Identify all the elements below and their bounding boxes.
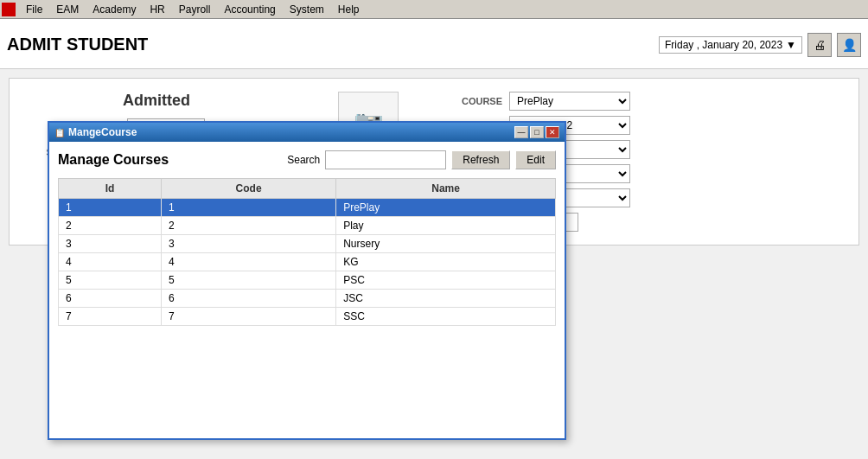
menu-academy[interactable]: Academy — [86, 2, 143, 17]
admitted-status: Admitted — [123, 92, 190, 110]
cell-id: 1 — [59, 199, 162, 217]
course-row: COURSE PrePlay — [433, 92, 630, 111]
menu-file[interactable]: File — [19, 2, 49, 17]
table-row[interactable]: 22Play — [59, 217, 556, 235]
table-row[interactable]: 77SSC — [59, 308, 556, 326]
cell-name: Nursery — [336, 235, 556, 253]
dialog-title-text: MangeCourse — [68, 126, 137, 138]
cell-name: SSC — [336, 308, 556, 326]
dialog-header: Manage Courses Search Refresh Edit — [58, 150, 556, 169]
manage-course-dialog: 📋 MangeCourse — □ ✕ Manage Courses Searc… — [48, 121, 566, 440]
table-row[interactable]: 33Nursery — [59, 235, 556, 253]
dialog-title-area: 📋 MangeCourse — [54, 126, 137, 138]
dialog-title-icon: 📋 — [54, 128, 65, 137]
col-code: Code — [162, 179, 336, 199]
dialog-controls: — □ ✕ — [514, 126, 559, 138]
table-row[interactable]: 66JSC — [59, 290, 556, 308]
dialog-search-area: Search Refresh Edit — [287, 150, 556, 169]
dialog-body: Manage Courses Search Refresh Edit Id Co… — [49, 142, 565, 438]
page-title: ADMIT STUDENT — [7, 35, 148, 54]
search-input[interactable] — [325, 150, 446, 169]
menu-help[interactable]: Help — [331, 2, 367, 17]
cell-code: 5 — [162, 271, 336, 290]
refresh-button[interactable]: Refresh — [451, 150, 510, 169]
menu-system[interactable]: System — [283, 2, 331, 17]
print-button[interactable]: 🖨 — [807, 33, 832, 57]
cell-name: PSC — [336, 271, 556, 290]
cell-id: 7 — [59, 308, 162, 326]
cell-name: JSC — [336, 290, 556, 308]
search-label: Search — [287, 154, 320, 166]
cell-id: 4 — [59, 253, 162, 271]
cell-code: 2 — [162, 217, 336, 235]
dialog-close-button[interactable]: ✕ — [546, 126, 559, 138]
col-id: Id — [59, 179, 162, 199]
course-label: COURSE — [433, 96, 502, 106]
table-header-row: Id Code Name — [59, 179, 556, 199]
cell-code: 7 — [162, 308, 336, 326]
date-display: Friday , January 20, 2023 ▼ — [659, 36, 802, 54]
cell-id: 2 — [59, 217, 162, 235]
cell-code: 4 — [162, 253, 336, 271]
dialog-heading: Manage Courses — [58, 152, 169, 168]
edit-button[interactable]: Edit — [515, 150, 556, 169]
menu-accounting[interactable]: Accounting — [217, 2, 282, 17]
cell-name: PrePlay — [336, 199, 556, 217]
table-row[interactable]: 55PSC — [59, 271, 556, 290]
calendar-icon[interactable]: ▼ — [786, 39, 796, 51]
menu-payroll[interactable]: Payroll — [172, 2, 218, 17]
cell-name: Play — [336, 217, 556, 235]
table-row[interactable]: 44KG — [59, 253, 556, 271]
dialog-titlebar: 📋 MangeCourse — □ ✕ — [49, 123, 565, 142]
table-row[interactable]: 11PrePlay — [59, 199, 556, 217]
menu-eam[interactable]: EAM — [49, 2, 86, 17]
menubar: File EAM Academy HR Payroll Accounting S… — [0, 0, 868, 19]
main-titlebar: ADMIT STUDENT Friday , January 20, 2023 … — [0, 19, 868, 69]
courses-table: Id Code Name 11PrePlay22Play33Nursery44K… — [58, 178, 556, 326]
cell-code: 3 — [162, 235, 336, 253]
dialog-minimize-button[interactable]: — — [514, 126, 528, 138]
app-logo-icon — [2, 3, 16, 16]
col-name: Name — [336, 179, 556, 199]
cell-code: 6 — [162, 290, 336, 308]
cell-code: 1 — [162, 199, 336, 217]
dialog-empty-space — [58, 326, 556, 430]
date-text: Friday , January 20, 2023 — [665, 39, 782, 51]
cell-id: 6 — [59, 290, 162, 308]
course-select[interactable]: PrePlay — [509, 92, 630, 111]
title-right: Friday , January 20, 2023 ▼ 🖨 👤 — [659, 33, 861, 57]
dialog-restore-button[interactable]: □ — [530, 126, 544, 138]
user-button[interactable]: 👤 — [837, 33, 861, 57]
cell-name: KG — [336, 253, 556, 271]
cell-id: 5 — [59, 271, 162, 290]
main-content: Admitted REG.NO. 🔍 STUDENT NAME 📷 COURSE… — [0, 69, 868, 263]
menu-hr[interactable]: HR — [143, 2, 171, 17]
cell-id: 3 — [59, 235, 162, 253]
